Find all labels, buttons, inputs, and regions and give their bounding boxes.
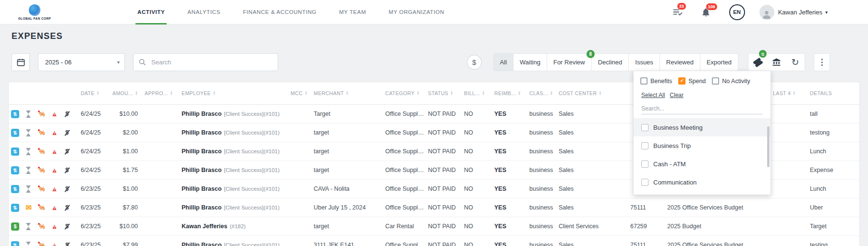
filter-type-checkbox[interactable]: Benefits	[640, 77, 672, 85]
period-select[interactable]: 2025 - 06 ▾	[38, 53, 125, 71]
column-header[interactable]: DETAILS ▲▼	[810, 90, 860, 96]
nav-item[interactable]: MY ORGANIZATION	[389, 0, 444, 25]
nav-item[interactable]: ANALYTICS	[187, 0, 220, 25]
receipt-status-icon[interactable]	[25, 148, 32, 156]
non-reimbursable-icon[interactable]	[63, 110, 71, 118]
filter-search-input[interactable]	[641, 103, 763, 114]
currency-button[interactable]: $	[467, 55, 482, 70]
filter-tab[interactable]: All	[493, 53, 513, 71]
receipt-status-icon[interactable]	[25, 110, 32, 118]
non-reimbursable-icon[interactable]	[63, 185, 71, 193]
clear-link[interactable]: Clear	[670, 92, 684, 98]
transaction-type-icon[interactable]	[11, 241, 19, 246]
split-percent-icon[interactable]	[38, 222, 46, 231]
column-header[interactable]: MERCHANT ▲▼	[314, 90, 385, 96]
transaction-type-icon[interactable]	[11, 110, 19, 118]
warning-icon[interactable]	[50, 110, 59, 118]
filter-tab[interactable]: Exported	[700, 53, 738, 71]
filter-tab[interactable]: Declined	[592, 53, 629, 71]
transaction-type-icon[interactable]	[11, 185, 19, 193]
receipt-status-icon[interactable]	[25, 185, 32, 193]
filter-tab[interactable]: Waiting	[513, 53, 547, 71]
filter-option[interactable]: Business Trip	[634, 136, 770, 155]
filter-type-checkbox[interactable]: No Activity	[712, 77, 750, 85]
transaction-type-icon[interactable]	[11, 204, 19, 212]
split-percent-icon[interactable]	[38, 129, 46, 137]
bank-accounts-button[interactable]	[767, 54, 786, 71]
transaction-type-icon[interactable]	[11, 166, 19, 174]
nav-item[interactable]: ACTIVITY	[137, 0, 165, 25]
column-header[interactable]: BILL... ▲▼	[464, 90, 494, 96]
warning-icon[interactable]	[50, 222, 59, 231]
filter-type-checkbox[interactable]: Spend	[678, 77, 706, 85]
notifications-button[interactable]: 106	[701, 7, 711, 17]
non-reimbursable-icon[interactable]	[63, 148, 71, 156]
transaction-type-icon[interactable]	[11, 148, 19, 156]
receipt-status-icon[interactable]	[25, 222, 32, 231]
column-header[interactable]: STATUS ▲▼	[428, 90, 464, 96]
refresh-button[interactable]: ↻	[786, 54, 805, 71]
table-row[interactable]: 6/23/25 $7.99 Phillip Brasco [Client Suc…	[9, 236, 859, 246]
split-percent-icon[interactable]	[38, 110, 46, 118]
calendar-button[interactable]	[12, 53, 30, 71]
spend-filter-button[interactable]: S	[748, 54, 767, 71]
column-header[interactable]: CLAS... ▲▼	[529, 90, 559, 96]
warning-icon[interactable]	[50, 185, 59, 193]
column-header[interactable]: AMOU... ▲▼	[112, 90, 145, 96]
warning-icon[interactable]	[50, 148, 59, 156]
company-logo[interactable]: GLOBAL FAN CORP	[17, 4, 52, 20]
filter-tab[interactable]: For Review 8	[547, 53, 592, 71]
warning-icon[interactable]	[50, 166, 59, 174]
transaction-type-icon[interactable]	[11, 222, 19, 231]
warning-icon[interactable]	[50, 204, 59, 212]
split-percent-icon[interactable]	[38, 204, 46, 212]
non-reimbursable-icon[interactable]	[63, 129, 71, 137]
transaction-type-icon[interactable]	[11, 129, 19, 137]
more-options-button[interactable]: ⋮	[814, 53, 830, 71]
filter-tab[interactable]: Issues	[629, 53, 660, 71]
language-button[interactable]: EN	[729, 4, 745, 20]
checkbox[interactable]	[641, 124, 648, 131]
split-percent-icon[interactable]	[38, 166, 46, 174]
checkbox[interactable]	[678, 77, 685, 85]
table-row[interactable]: 6/23/25 $7.80 Phillip Brasco [Client Suc…	[9, 198, 859, 217]
warning-icon[interactable]	[50, 129, 59, 137]
non-reimbursable-icon[interactable]	[63, 241, 71, 246]
column-header[interactable]: MCC ▲▼	[291, 90, 314, 96]
user-menu[interactable]: Kawan Jefferies ▾	[759, 5, 828, 20]
column-header[interactable]: LAST 4 ▲▼	[773, 90, 810, 96]
column-header[interactable]: REIMB... ▲▼	[494, 90, 529, 96]
filter-option[interactable]: Communication	[634, 173, 770, 191]
column-header[interactable]: EMPLOYEE ▲▼	[182, 90, 291, 96]
receipt-status-icon[interactable]	[25, 204, 32, 212]
filter-tab[interactable]: Reviewed	[660, 53, 700, 71]
nav-item[interactable]: MY TEAM	[339, 0, 366, 25]
checkbox[interactable]	[640, 77, 648, 85]
column-header[interactable]: DATE ▲▼	[81, 90, 112, 96]
non-reimbursable-icon[interactable]	[63, 204, 71, 212]
split-percent-icon[interactable]	[38, 241, 46, 246]
receipt-status-icon[interactable]	[25, 241, 32, 246]
column-header[interactable]: CATEGORY ▲▼	[385, 90, 428, 96]
column-header[interactable]: COST CENTER ▲▼	[559, 90, 630, 96]
column-header[interactable]: APPRO... ▲▼	[145, 90, 182, 96]
filter-option[interactable]: Business Meeting	[634, 118, 770, 136]
non-reimbursable-icon[interactable]	[63, 166, 71, 174]
filter-option[interactable]: Cash - ATM	[634, 155, 770, 173]
select-all-link[interactable]: Select All	[641, 92, 665, 98]
search-input[interactable]	[150, 58, 273, 66]
checkbox[interactable]	[641, 179, 648, 186]
nav-item[interactable]: FINANCE & ACCOUNTING	[243, 0, 317, 25]
warning-icon[interactable]	[50, 241, 59, 246]
non-reimbursable-icon[interactable]	[63, 222, 71, 231]
scrollbar-thumb[interactable]	[767, 126, 770, 167]
split-percent-icon[interactable]	[38, 185, 46, 193]
checkbox[interactable]	[641, 160, 648, 168]
receipt-status-icon[interactable]	[25, 166, 32, 174]
split-percent-icon[interactable]	[38, 148, 46, 156]
checkbox[interactable]	[712, 77, 719, 85]
checkbox[interactable]	[641, 142, 648, 149]
receipt-status-icon[interactable]	[25, 129, 32, 137]
table-row[interactable]: 6/23/25 $10.00 Kawan Jefferies (#182) ta…	[9, 217, 859, 236]
task-queue-button[interactable]: 33	[672, 7, 683, 17]
